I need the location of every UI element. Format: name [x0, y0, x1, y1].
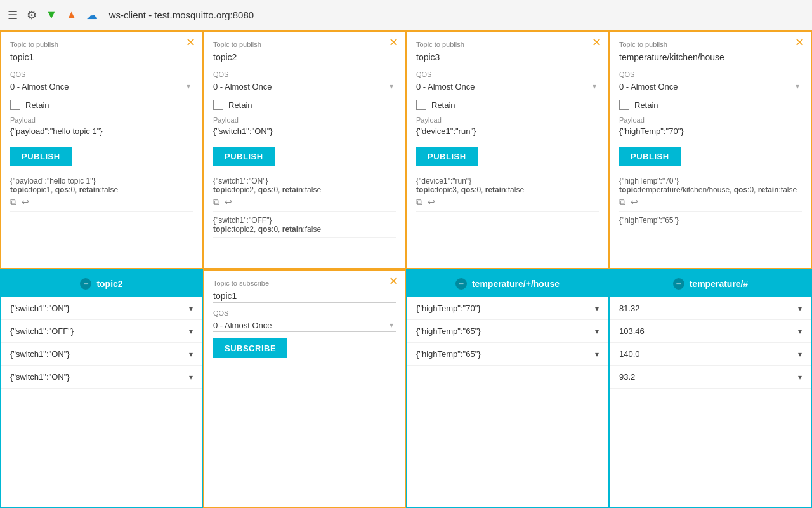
publish-panel-1: ✕ Topic to publish QOS 0 - Almost Once 1… [0, 30, 203, 269]
retain-label-pub4: Retain [634, 100, 658, 110]
qos-select-pub1[interactable]: 0 - Almost Once 1 - At Least Once 2 - Ex… [10, 81, 193, 93]
chevron-down-icon[interactable]: ▾ [595, 327, 599, 336]
copy-icon[interactable]: ⧉ [10, 197, 16, 208]
chevron-down-icon[interactable]: ▾ [798, 373, 802, 382]
subscribe-topic-temp-hash: temperature/# [690, 279, 749, 289]
reply-icon[interactable]: ↩ [631, 197, 638, 208]
chevron-down-icon[interactable]: ▾ [798, 350, 802, 359]
chevron-down-icon[interactable]: ▾ [189, 373, 193, 382]
close-button-pub3[interactable]: ✕ [592, 37, 601, 48]
history-pub4: {"highTemp":"70"} topic:temperature/kitc… [619, 173, 802, 262]
reply-icon[interactable]: ↩ [225, 197, 232, 208]
topic-label-pub2: Topic to publish [213, 41, 396, 48]
payload-label-pub4: Payload [619, 116, 802, 124]
list-item-value: {"highTemp":"70"} [416, 304, 481, 313]
gear-icon[interactable]: ⚙ [27, 8, 37, 22]
close-button-pub4[interactable]: ✕ [795, 37, 804, 48]
copy-icon[interactable]: ⧉ [416, 197, 422, 208]
upload-icon[interactable]: ▲ [66, 8, 77, 22]
list-item: {"switch1":"ON"} ▾ [1, 343, 202, 366]
list-item-value: {"switch1":"OFF"} [10, 326, 74, 336]
chevron-down-icon[interactable]: ▾ [189, 327, 193, 336]
subscribe-header-temp-house: − temperature/+/house [407, 271, 608, 297]
close-button-pub1[interactable]: ✕ [186, 37, 195, 48]
history-item: {"highTemp":"65"} [619, 212, 802, 229]
copy-icon[interactable]: ⧉ [619, 197, 625, 208]
publish-button-pub3[interactable]: PUBLISH [416, 147, 478, 166]
history-meta: topic:topic2, qos:0, retain:false [213, 185, 396, 194]
list-item-value: {"highTemp":"65"} [416, 326, 481, 336]
list-item: {"highTemp":"65"} ▾ [407, 343, 608, 366]
chevron-down-icon[interactable]: ▾ [595, 350, 599, 359]
subscribe-panel-temp-hash: − temperature/# 81.32 ▾ 103.46 ▾ 140.0 ▾… [609, 269, 812, 508]
list-item-value: 140.0 [619, 349, 640, 359]
history-payload: {"payload":"hello topic 1"} [10, 177, 193, 185]
topic-input-pub4[interactable] [619, 51, 802, 64]
qos-select-pub2[interactable]: 0 - Almost Once 1 - At Least Once 2 - Ex… [213, 81, 396, 93]
copy-icon[interactable]: ⧉ [213, 197, 219, 208]
list-item-value: {"switch1":"ON"} [10, 349, 70, 359]
chevron-down-icon[interactable]: ▾ [798, 304, 802, 313]
payload-value-pub2: {"switch1":"ON"} [213, 126, 396, 139]
topic-input-pub3[interactable] [416, 51, 599, 64]
retain-label-pub3: Retain [431, 100, 455, 110]
main-grid: ✕ Topic to publish QOS 0 - Almost Once 1… [0, 30, 812, 508]
retain-checkbox-pub4[interactable] [619, 100, 629, 110]
cloud-icon[interactable]: ☁ [86, 8, 98, 22]
close-button-pub2[interactable]: ✕ [389, 37, 398, 48]
history-meta: topic:temperature/kitchen/house, qos:0, … [619, 185, 802, 194]
subscribe-topic-label: Topic to subscribe [213, 279, 396, 287]
history-pub1: {"payload":"hello topic 1"} topic:topic1… [10, 173, 193, 262]
reply-icon[interactable]: ↩ [428, 197, 435, 208]
publish-button-pub4[interactable]: PUBLISH [619, 147, 681, 166]
chevron-down-icon[interactable]: ▾ [189, 304, 193, 313]
publish-button-pub2[interactable]: PUBLISH [213, 147, 275, 166]
remove-subscription-temp-house[interactable]: − [455, 278, 467, 290]
qos-label-pub1: QOS [10, 70, 193, 78]
chevron-down-icon[interactable]: ▾ [798, 327, 802, 336]
retain-checkbox-pub1[interactable] [10, 100, 20, 110]
subscribe-topic-input[interactable] [213, 290, 396, 303]
close-button-sub-form[interactable]: ✕ [389, 276, 398, 287]
retain-row-pub3: Retain [416, 100, 599, 110]
chevron-down-icon[interactable]: ▾ [189, 350, 193, 359]
retain-checkbox-pub3[interactable] [416, 100, 426, 110]
list-item-value: 93.2 [619, 372, 635, 382]
subscribe-qos-select[interactable]: 0 - Almost Once 1 - At Least Once 2 - Ex… [213, 319, 396, 332]
payload-label-pub2: Payload [213, 116, 396, 124]
list-item: {"highTemp":"70"} ▾ [407, 297, 608, 320]
list-item-value: 81.32 [619, 304, 640, 313]
publish-panel-4: ✕ Topic to publish QOS 0 - Almost Once 1… [609, 30, 812, 269]
history-meta: topic:topic1, qos:0, retain:false [10, 185, 193, 194]
payload-label-pub3: Payload [416, 116, 599, 124]
topic-label-pub4: Topic to publish [619, 41, 802, 48]
topic-label-pub3: Topic to publish [416, 41, 599, 48]
subscribe-qos-label: QOS [213, 309, 396, 317]
remove-subscription-topic2[interactable]: − [80, 278, 91, 290]
subscribe-button[interactable]: SUBSCRIBE [213, 338, 287, 358]
chevron-down-icon[interactable]: ▾ [595, 304, 599, 313]
retain-checkbox-pub2[interactable] [213, 100, 223, 110]
topbar: ☰ ⚙ ▼ ▲ ☁ ws-client - test.mosquitto.org… [0, 0, 812, 30]
subscribe-panel-temp-house: − temperature/+/house {"highTemp":"70"} … [406, 269, 609, 508]
topic-label-pub1: Topic to publish [10, 41, 193, 48]
publish-button-pub1[interactable]: PUBLISH [10, 147, 72, 166]
qos-select-pub4[interactable]: 0 - Almost Once 1 - At Least Once 2 - Ex… [619, 81, 802, 93]
down-arrow-icon[interactable]: ▼ [46, 8, 57, 22]
hamburger-icon[interactable]: ☰ [8, 8, 18, 22]
history-pub2: {"switch1":"ON"} topic:topic2, qos:0, re… [213, 173, 396, 262]
qos-label-pub3: QOS [416, 70, 599, 78]
qos-select-pub3[interactable]: 0 - Almost Once 1 - At Least Once 2 - Ex… [416, 81, 599, 93]
remove-subscription-temp-hash[interactable]: − [673, 278, 684, 290]
qos-label-pub4: QOS [619, 70, 802, 78]
subscribe-header-temp-hash: − temperature/# [610, 271, 811, 297]
history-meta: topic:topic3, qos:0, retain:false [416, 185, 599, 194]
qos-label-pub2: QOS [213, 70, 396, 78]
payload-value-pub4: {"highTemp":"70"} [619, 126, 802, 139]
history-meta: topic:topic2, qos:0, retain:false [213, 225, 396, 234]
retain-row-pub4: Retain [619, 100, 802, 110]
history-item: {"switch1":"ON"} topic:topic2, qos:0, re… [213, 173, 396, 212]
topic-input-pub1[interactable] [10, 51, 193, 64]
topic-input-pub2[interactable] [213, 51, 396, 64]
reply-icon[interactable]: ↩ [22, 197, 29, 208]
